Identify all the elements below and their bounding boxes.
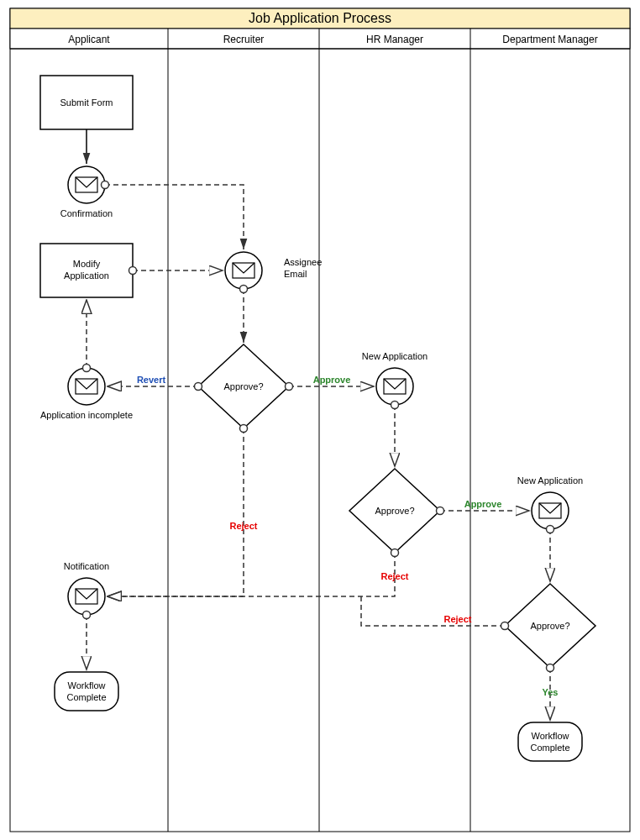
gateway-approve-hr: Approve? — [349, 469, 440, 553]
task-submit-form-label: Submit Form — [60, 97, 113, 108]
event-new-app-dept-label: New Application — [517, 475, 583, 486]
svg-text:Approve?: Approve? — [530, 621, 569, 631]
event-confirmation-label: Confirmation — [60, 208, 113, 218]
lane-recruiter: Recruiter — [223, 34, 265, 45]
label-approve-2: Approve — [464, 499, 502, 509]
event-new-app-hr — [376, 368, 413, 405]
lane-applicant: Applicant — [68, 34, 110, 45]
event-assignee-email — [225, 252, 262, 289]
event-new-app-dept — [532, 492, 569, 529]
event-new-app-hr-label: New Application — [362, 351, 428, 361]
svg-rect-9 — [518, 722, 582, 761]
diagram-title: Job Application Process — [249, 11, 391, 25]
flow-approve3-reject — [361, 596, 505, 626]
flow-confirmation-assignee — [105, 185, 244, 249]
gateway-approve-dept: Approve? — [505, 584, 595, 668]
flow-approve2-reject — [108, 553, 395, 596]
svg-text:Complete: Complete — [66, 692, 106, 702]
label-reject-2: Reject — [380, 571, 408, 581]
svg-text:Workflow: Workflow — [67, 680, 105, 690]
label-approve-1: Approve — [313, 375, 351, 385]
event-app-incomplete — [68, 368, 105, 405]
task-modify-application-label-1: Modify — [73, 259, 101, 269]
event-assignee-email-label-1: Assignee — [284, 257, 322, 267]
svg-rect-6 — [55, 672, 118, 711]
svg-text:Approve?: Approve? — [375, 506, 414, 516]
svg-text:Workflow: Workflow — [531, 731, 569, 741]
label-reject-3: Reject — [443, 614, 471, 624]
lane-dept: Department Manager — [502, 34, 597, 45]
label-revert: Revert — [137, 375, 166, 385]
event-app-incomplete-label: Application incomplete — [40, 410, 133, 420]
task-modify-application-label-2: Application — [64, 270, 109, 281]
end-workflow-complete-applicant: Workflow Complete — [55, 672, 118, 711]
event-notification-label: Notification — [64, 561, 109, 571]
gateway-approve-recruiter: Approve? — [198, 344, 289, 428]
event-notification — [68, 578, 105, 615]
svg-text:Complete: Complete — [530, 743, 569, 753]
flow-approve1-reject — [108, 428, 244, 596]
event-confirmation — [68, 166, 105, 203]
event-assignee-email-label-2: Email — [284, 269, 307, 279]
label-reject-1: Reject — [229, 521, 257, 531]
label-yes: Yes — [543, 687, 559, 697]
svg-text:Approve?: Approve? — [223, 381, 263, 391]
end-workflow-complete-dept: Workflow Complete — [518, 722, 582, 761]
lane-hr: HR Manager — [366, 34, 423, 45]
